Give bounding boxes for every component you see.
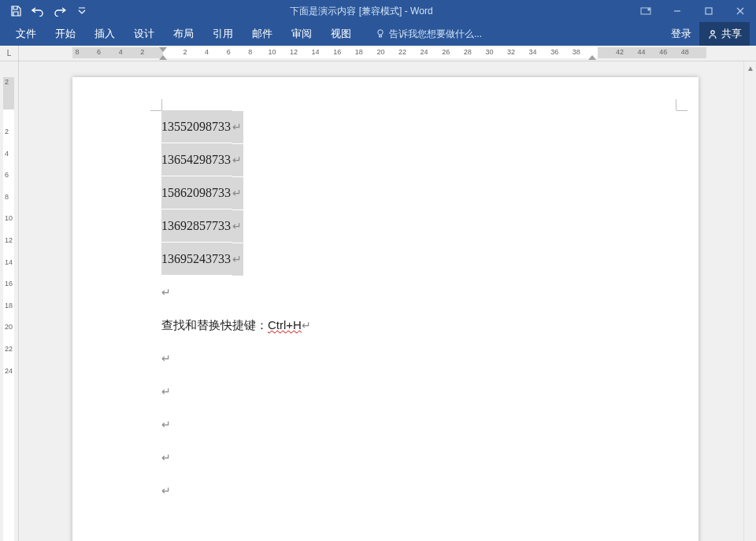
para-phone[interactable]: 13692857733↵ [161,209,676,243]
redo-button[interactable] [49,0,71,22]
tab-insert[interactable]: 插入 [85,22,124,46]
svg-rect-3 [706,8,712,14]
vertical-ruler[interactable]: 224681012141618202224 [0,61,19,541]
lightbulb-icon [375,28,386,39]
hint-shortcut: Ctrl+H [268,318,302,332]
tell-me-placeholder: 告诉我您想要做什么... [389,28,482,41]
para-empty[interactable]: ↵ [161,474,676,507]
para-phone[interactable]: 13552098733↵ [161,110,676,143]
para-empty[interactable]: ↵ [161,342,676,375]
para-empty[interactable]: ↵ [161,441,676,474]
pilcrow-icon: ↵ [161,452,171,464]
selected-text[interactable]: 15862098733 [161,176,232,209]
close-button[interactable] [724,0,756,22]
maximize-button[interactable] [693,0,724,22]
window-controls [630,0,756,22]
tab-design[interactable]: 设计 [124,22,164,46]
para-hint[interactable]: 查找和替换快捷键：Ctrl+H↵ [161,309,676,342]
page[interactable]: 13552098733↵13654298733↵15862098733↵1369… [72,77,699,541]
pilcrow-icon: ↵ [232,210,243,243]
hint-label: 查找和替换快捷键： [161,318,268,332]
workspace: L 86422468101214161820222426283032343638… [0,46,756,541]
para-phone[interactable]: 13654298733↵ [161,143,676,176]
tell-me-search[interactable]: 告诉我您想要做什么... [375,28,482,41]
tab-review[interactable]: 审阅 [282,22,321,46]
tab-layout[interactable]: 布局 [164,22,203,46]
window-title: 下面是演示内容 [兼容模式] - Word [93,5,630,18]
tab-view[interactable]: 视图 [321,22,361,46]
para-empty[interactable]: ↵ [161,276,676,309]
svg-point-6 [378,30,383,35]
svg-point-7 [711,31,714,34]
tab-home[interactable]: 开始 [46,22,85,46]
ribbon-tabs: 文件 开始 插入 设计 布局 引用 邮件 审阅 视图 告诉我您想要做什么... … [0,22,756,46]
pilcrow-icon: ↵ [161,419,171,431]
qat-customize-button[interactable] [71,0,93,22]
save-button[interactable] [5,0,27,22]
page-body[interactable]: 13552098733↵13654298733↵15862098733↵1369… [161,110,676,507]
undo-button[interactable] [27,0,49,22]
selected-text[interactable]: 13654298733 [161,143,232,176]
selected-text[interactable]: 13695243733 [161,243,232,275]
pilcrow-icon: ↵ [161,485,171,497]
ribbon-display-options-button[interactable] [630,0,662,22]
scroll-up-button[interactable]: ▲ [744,61,756,74]
pilcrow-icon: ↵ [161,386,171,398]
pilcrow-icon: ↵ [302,320,311,332]
share-person-icon [707,28,718,39]
pilcrow-icon: ↵ [232,111,243,143]
share-button[interactable]: 共享 [699,22,750,46]
para-phone[interactable]: 15862098733↵ [161,176,676,209]
horizontal-ruler[interactable]: 8642246810121416182022242628303234363842… [19,46,756,61]
pilcrow-icon: ↵ [232,144,243,176]
quick-access-toolbar [0,0,93,22]
pilcrow-icon: ↵ [161,353,171,365]
tab-mailings[interactable]: 邮件 [243,22,282,46]
selected-text[interactable]: 13692857733 [161,209,232,242]
vertical-scrollbar[interactable]: ▲ [743,61,756,541]
para-empty[interactable]: ↵ [161,408,676,441]
svg-rect-1 [648,9,650,10]
right-indent-marker[interactable] [588,55,596,60]
hanging-indent-marker[interactable] [159,55,167,60]
minimize-button[interactable] [662,0,693,22]
pilcrow-icon: ↵ [232,243,243,276]
para-phone[interactable]: 13695243733↵ [161,243,676,276]
tab-file[interactable]: 文件 [6,22,46,46]
tab-references[interactable]: 引用 [203,22,243,46]
first-line-indent-marker[interactable] [159,47,167,52]
login-button[interactable]: 登录 [663,27,699,41]
tab-selector[interactable]: L [0,46,19,61]
document-area[interactable]: 13552098733↵13654298733↵15862098733↵1369… [19,61,756,541]
para-empty[interactable]: ↵ [161,375,676,408]
pilcrow-icon: ↵ [232,177,243,209]
selected-text[interactable]: 13552098733 [161,110,232,143]
pilcrow-icon: ↵ [161,287,171,298]
title-bar: 下面是演示内容 [兼容模式] - Word [0,0,756,22]
